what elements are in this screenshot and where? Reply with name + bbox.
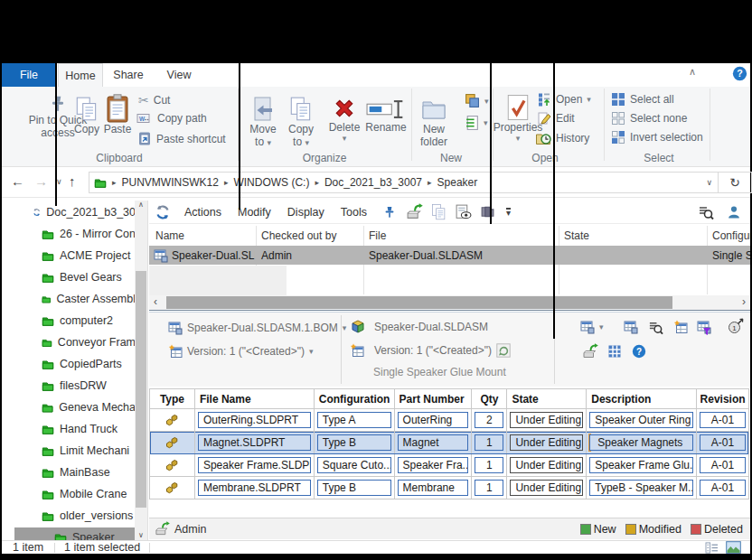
cell-qty[interactable]: 1 xyxy=(475,457,503,473)
rename-button[interactable]: Rename xyxy=(363,98,409,134)
toolbar-overflow-icon[interactable]: ▾ xyxy=(506,208,511,217)
scroll-up-icon[interactable]: ∧ xyxy=(135,201,147,209)
user-icon[interactable] xyxy=(727,205,741,219)
search-list-icon[interactable] xyxy=(698,204,714,220)
cell-description[interactable]: Speaker Magnets xyxy=(589,434,693,451)
bom-checkout-icon[interactable] xyxy=(582,343,598,359)
bom-col-qty[interactable]: Qty xyxy=(472,389,507,408)
bom-goto-icon[interactable] xyxy=(624,320,638,334)
select-all-button[interactable]: Select all xyxy=(611,92,674,107)
menu-tools[interactable]: Tools xyxy=(333,206,375,219)
bom-col-type[interactable]: Type xyxy=(150,389,195,408)
check-in-icon[interactable] xyxy=(406,203,423,220)
scroll-down-icon[interactable]: ∨ xyxy=(135,531,147,539)
crumb-folder[interactable]: Speaker xyxy=(432,176,484,189)
thumbnail-view-icon[interactable] xyxy=(726,541,741,554)
cell-description[interactable]: TypeB - Speaker M... xyxy=(589,480,693,496)
refresh-version-icon[interactable] xyxy=(496,343,511,358)
cell-revision[interactable]: A-01 xyxy=(700,480,746,496)
tree-scrollbar-thumb[interactable] xyxy=(136,271,146,508)
bom-help-icon[interactable] xyxy=(632,344,646,359)
ribbon-collapse-icon[interactable]: ∧ xyxy=(689,66,696,78)
copy-tree-icon[interactable] xyxy=(431,203,446,221)
bom-col-file-name[interactable]: File Name xyxy=(195,389,315,408)
menu-actions[interactable]: Actions xyxy=(176,206,230,219)
file-list-hscrollbar[interactable]: ‹ › xyxy=(149,295,750,310)
bom-row[interactable]: OuterRing.SLDPRT Type A OuterRing 2 Unde… xyxy=(150,409,748,432)
bom-col-revision[interactable]: Revision xyxy=(697,389,748,408)
cut-button[interactable]: ✂ Cut xyxy=(138,93,170,107)
bom-row[interactable]: Speaker Frame.SLDPRT Square Cuto... Spea… xyxy=(150,454,748,477)
tree-item-vault-root[interactable]: Doc_2021_b3_30 xyxy=(2,202,136,221)
cell-description[interactable]: Speaker Outer Ring xyxy=(589,412,693,428)
cell-file-name[interactable]: Membrane.SLDPRT xyxy=(198,480,311,496)
bom-filter-icon[interactable] xyxy=(697,320,711,334)
bom-col-state[interactable]: State xyxy=(507,389,587,408)
bom-version-selector[interactable]: Version: 1 ("<Created>") ▾ xyxy=(168,344,313,359)
bom-col-configuration[interactable]: Configuration xyxy=(315,389,395,408)
file-row-selected[interactable]: Speaker-Dual.SLDAS... Admin Speaker-Dual… xyxy=(149,246,750,265)
bom-tab-selector[interactable]: Speaker-Dual.SLDASM.1.BOM ▾ xyxy=(168,321,346,335)
forward-button[interactable]: → xyxy=(34,173,48,189)
menu-display[interactable]: Display xyxy=(279,206,333,219)
invert-selection-button[interactable]: Invert selection xyxy=(611,130,703,145)
tree-item-folder[interactable]: Geneva Mecha xyxy=(2,397,136,416)
pin-toolbar-icon[interactable] xyxy=(382,205,397,219)
tree-item-folder[interactable]: Hand Truck xyxy=(2,419,136,438)
cell-part-number[interactable]: Speaker Fra... xyxy=(398,457,469,473)
cell-configuration[interactable]: Type B xyxy=(317,480,391,496)
cell-configuration[interactable]: Type B xyxy=(317,434,391,451)
up-button[interactable]: ↑ xyxy=(69,173,76,189)
cell-part-number[interactable]: Membrane xyxy=(398,480,469,496)
cell-state[interactable]: Under Editing xyxy=(510,457,583,473)
cell-revision[interactable]: A-01 xyxy=(700,412,746,428)
tree-item-folder[interactable]: Caster Assembl xyxy=(2,289,136,308)
copy-path-button[interactable]: Copy path xyxy=(136,112,207,125)
bom-row[interactable]: Membrane.SLDPRT Type B Membrane 1 Under … xyxy=(150,477,748,499)
tree-item-folder[interactable]: older_versions xyxy=(2,506,136,525)
tree-item-folder[interactable]: MainBase xyxy=(2,462,136,481)
select-none-button[interactable]: Select none xyxy=(611,111,687,126)
bom-search-icon[interactable] xyxy=(648,320,663,335)
bom-grid-icon[interactable] xyxy=(607,344,622,359)
paste-shortcut-button[interactable]: Paste shortcut xyxy=(137,131,226,146)
cell-description[interactable]: Speaker Frame Glu... xyxy=(589,457,693,473)
cell-state[interactable]: Under Editing xyxy=(510,434,583,451)
cell-configuration[interactable]: Square Cuto... xyxy=(317,457,391,473)
tree-item-folder[interactable]: Limit Mechani xyxy=(2,441,136,460)
open-button[interactable]: Open ▾ xyxy=(537,92,591,107)
cell-part-number[interactable]: OuterRing xyxy=(398,412,469,428)
properties-button[interactable]: Properties ▾ xyxy=(499,94,537,143)
breadcrumb[interactable]: ▸ PUNVMWINSWK12 ▸ WINDOWS (C:) ▸ Doc_202… xyxy=(89,172,719,193)
cell-state[interactable]: Under Editing xyxy=(510,480,583,496)
new-folder-button[interactable]: New folder xyxy=(416,96,452,148)
hscrollbar-thumb[interactable] xyxy=(166,296,672,309)
cell-file-name[interactable]: Magnet.SLDPRT xyxy=(198,434,311,451)
edit-button[interactable]: Edit xyxy=(537,111,575,126)
easy-access-button[interactable]: ▾ xyxy=(465,115,488,131)
bom-columns-icon[interactable] xyxy=(673,320,688,334)
cell-revision[interactable]: A-01 xyxy=(700,457,746,473)
column-header-name[interactable]: Name xyxy=(155,229,184,242)
bom-col-description[interactable]: Description xyxy=(587,389,697,408)
cell-qty[interactable]: 1 xyxy=(475,480,503,496)
scroll-left-icon[interactable]: ‹ xyxy=(154,295,157,308)
column-header-state[interactable]: State xyxy=(564,229,589,242)
cell-part-number[interactable]: Magnet xyxy=(398,434,469,451)
tab-home[interactable]: Home xyxy=(58,63,103,87)
scroll-right-icon[interactable]: › xyxy=(742,295,746,308)
tree-item-speaker-selected[interactable]: Speaker xyxy=(14,527,136,540)
cell-state[interactable]: Under Editing xyxy=(510,412,583,428)
column-header-configuration[interactable]: Configuration xyxy=(712,229,750,242)
tree-scrollbar[interactable]: ∧ ∨ xyxy=(135,201,147,540)
column-header-file[interactable]: File xyxy=(369,229,386,242)
cell-revision[interactable]: A-01 xyxy=(700,434,746,451)
cell-file-name[interactable]: OuterRing.SLDPRT xyxy=(198,412,311,428)
cell-configuration[interactable]: Type A xyxy=(317,412,391,428)
cell-qty[interactable]: 1 xyxy=(475,434,503,451)
tree-item-folder[interactable]: Mobile Crane xyxy=(2,484,136,503)
menu-modify[interactable]: Modify xyxy=(230,206,279,219)
tree-item-folder[interactable]: Conveyor Fram xyxy=(2,332,136,351)
tree-item-folder[interactable]: Bevel Gears xyxy=(2,267,136,286)
move-to-button[interactable]: Move to ▾ xyxy=(244,96,282,148)
